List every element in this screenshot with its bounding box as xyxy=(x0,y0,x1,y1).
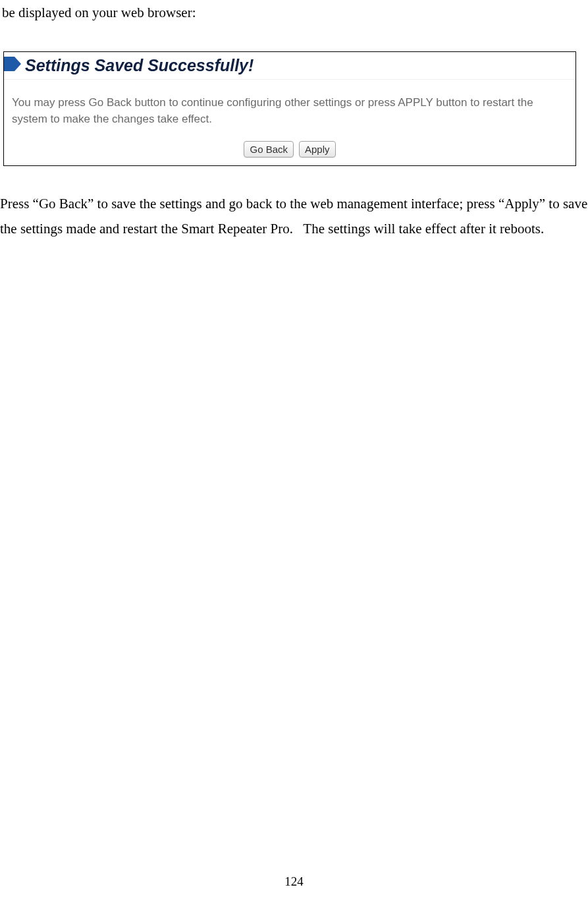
apply-button[interactable]: Apply xyxy=(299,141,336,157)
panel-title: Settings Saved Successfully! xyxy=(25,56,254,75)
intro-text: be displayed on your web browser: xyxy=(0,0,588,24)
panel-button-row: Go Back Apply xyxy=(4,136,575,165)
instruction-text: Press “Go Back” to save the settings and… xyxy=(0,166,588,241)
panel-message: You may press Go Back button to continue… xyxy=(4,79,575,136)
settings-saved-panel: Settings Saved Successfully! You may pre… xyxy=(3,51,576,166)
page-number: 124 xyxy=(0,874,588,889)
arrow-right-icon xyxy=(4,57,24,74)
panel-header: Settings Saved Successfully! xyxy=(4,52,575,79)
go-back-button[interactable]: Go Back xyxy=(244,141,294,157)
svg-marker-0 xyxy=(4,57,21,71)
